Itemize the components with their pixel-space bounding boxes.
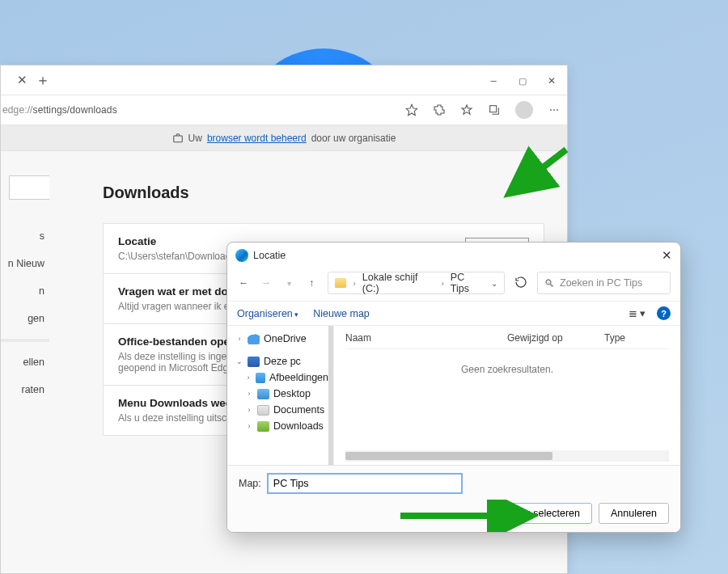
extensions-icon[interactable] bbox=[433, 103, 446, 116]
maximize-button[interactable] bbox=[517, 74, 528, 87]
sidebar-item[interactable]: n bbox=[39, 284, 49, 298]
folder-tree[interactable]: ›OneDrive ⌄Deze pc ›Afbeeldingen ›Deskto… bbox=[227, 326, 334, 465]
close-tab-icon[interactable]: ✕ bbox=[11, 73, 28, 87]
twisty-icon[interactable]: › bbox=[235, 335, 243, 343]
sidebar-item[interactable]: s bbox=[40, 229, 49, 243]
twisty-icon[interactable]: › bbox=[245, 406, 253, 414]
settings-search-input[interactable] bbox=[9, 175, 49, 200]
tree-label: Downloads bbox=[273, 420, 324, 432]
cancel-button[interactable]: Annuleren bbox=[599, 503, 669, 524]
address-path: settings/downloads bbox=[33, 104, 117, 116]
tree-node-pictures[interactable]: ›Afbeeldingen bbox=[234, 369, 330, 386]
col-modified[interactable]: Gewijzigd op bbox=[507, 332, 604, 344]
new-folder-button[interactable]: Nieuwe map bbox=[313, 308, 369, 319]
monitor-icon bbox=[248, 357, 260, 367]
profile-avatar[interactable] bbox=[515, 101, 533, 119]
tree-label: Deze pc bbox=[264, 356, 301, 367]
tree-node-desktop[interactable]: ›Desktop bbox=[234, 386, 330, 402]
chevron-right-icon: › bbox=[353, 279, 355, 288]
up-button[interactable]: ↑ bbox=[305, 277, 318, 289]
edge-icon bbox=[235, 249, 248, 262]
tree-node-thispc[interactable]: ⌄Deze pc bbox=[234, 353, 330, 369]
address-bar-row: edge://settings/downloads ⋯ bbox=[1, 95, 567, 125]
twisty-icon[interactable]: › bbox=[245, 422, 253, 430]
column-headers[interactable]: Naam Gewijzigd op Type bbox=[345, 331, 669, 349]
tree-node-onedrive[interactable]: ›OneDrive bbox=[234, 331, 330, 347]
svg-rect-1 bbox=[490, 106, 497, 112]
chevron-down-icon[interactable]: ⌄ bbox=[491, 279, 497, 288]
new-tab-button[interactable]: ＋ bbox=[36, 70, 50, 90]
twisty-icon[interactable]: › bbox=[245, 374, 252, 382]
folder-field-label: Map: bbox=[239, 478, 261, 489]
dialog-title: Locatie bbox=[253, 250, 286, 261]
page-title: Downloads bbox=[103, 184, 544, 202]
twisty-icon[interactable]: › bbox=[245, 390, 253, 398]
help-icon[interactable]: ? bbox=[657, 306, 671, 320]
search-icon: 🔍︎ bbox=[544, 277, 555, 289]
dialog-titlebar: Locatie ✕ bbox=[227, 243, 680, 268]
search-input[interactable]: 🔍︎ Zoeken in PC Tips bbox=[537, 272, 671, 294]
folder-icon bbox=[335, 278, 346, 288]
minimize-button[interactable] bbox=[488, 74, 499, 87]
refresh-button[interactable] bbox=[514, 276, 527, 291]
favorite-icon[interactable] bbox=[405, 103, 418, 116]
empty-results-text: Geen zoekresultaten. bbox=[345, 364, 669, 375]
dialog-footer: Map: Map selecteren Annuleren bbox=[227, 465, 680, 532]
tree-node-downloads[interactable]: ›Downloads bbox=[234, 418, 330, 434]
scrollbar-thumb[interactable] bbox=[345, 452, 552, 460]
crumb-folder[interactable]: PC Tips bbox=[451, 272, 485, 294]
horizontal-scrollbar[interactable] bbox=[345, 450, 669, 462]
svg-rect-2 bbox=[173, 136, 182, 142]
managed-text-prefix: Uw bbox=[188, 133, 202, 144]
folder-picker-dialog: Locatie ✕ ← → ▾ ↑ › Lokale schijf (C:) ›… bbox=[226, 242, 681, 533]
more-icon[interactable]: ⋯ bbox=[548, 103, 561, 116]
favorites-bar-icon[interactable] bbox=[460, 103, 473, 116]
collections-icon[interactable] bbox=[488, 103, 501, 116]
briefcase-icon bbox=[172, 133, 184, 144]
tree-label: Documents bbox=[273, 404, 324, 416]
tree-node-documents[interactable]: ›Documents bbox=[234, 402, 330, 418]
managed-banner: Uw browser wordt beheerd door uw organis… bbox=[1, 125, 567, 151]
close-icon[interactable]: ✕ bbox=[662, 248, 672, 263]
address-bar[interactable]: edge://settings/downloads bbox=[1, 104, 394, 116]
address-scheme: edge:// bbox=[2, 104, 33, 116]
col-type[interactable]: Type bbox=[604, 332, 669, 344]
location-path: C:\Users\stefan\Downloads bbox=[118, 251, 235, 262]
twisty-icon[interactable]: ⌄ bbox=[235, 357, 243, 365]
back-button[interactable]: ← bbox=[237, 277, 250, 289]
location-title: Locatie bbox=[118, 235, 235, 247]
sidebar-item[interactable]: n Nieuw bbox=[8, 256, 49, 271]
file-list[interactable]: Naam Gewijzigd op Type Geen zoekresultat… bbox=[334, 326, 680, 465]
tree-label: Desktop bbox=[273, 388, 311, 399]
crumb-disk[interactable]: Lokale schijf (C:) bbox=[362, 272, 435, 294]
documents-icon bbox=[257, 405, 269, 416]
sidebar-item[interactable]: ellen bbox=[23, 355, 49, 369]
dialog-nav-row: ← → ▾ ↑ › Lokale schijf (C:) › PC Tips ⌄… bbox=[227, 268, 680, 301]
managed-link[interactable]: browser wordt beheerd bbox=[207, 133, 307, 144]
col-name[interactable]: Naam bbox=[345, 332, 507, 344]
forward-button[interactable]: → bbox=[260, 277, 273, 289]
downloads-icon bbox=[257, 421, 269, 432]
close-window-button[interactable] bbox=[546, 74, 557, 87]
pictures-icon bbox=[256, 373, 265, 383]
chevron-right-icon: › bbox=[441, 279, 443, 288]
organize-menu[interactable]: Organiseren bbox=[237, 308, 298, 319]
sidebar-item[interactable]: gen bbox=[28, 311, 49, 326]
search-placeholder: Zoeken in PC Tips bbox=[560, 277, 642, 289]
settings-sidebar: s n Nieuw n gen ellen raten bbox=[1, 151, 49, 573]
dialog-toolbar: Organiseren Nieuwe map ≣ ▾ ? bbox=[227, 301, 680, 326]
titlebar: ✕ ＋ bbox=[1, 65, 567, 95]
tree-label: OneDrive bbox=[264, 333, 307, 344]
view-options-button[interactable]: ≣ ▾ bbox=[629, 307, 645, 319]
folder-name-input[interactable] bbox=[268, 474, 462, 493]
select-folder-button[interactable]: Map selecteren bbox=[499, 503, 592, 524]
managed-text-suffix: door uw organisatie bbox=[311, 133, 396, 144]
svg-marker-0 bbox=[406, 104, 417, 115]
sidebar-item[interactable]: raten bbox=[22, 382, 50, 397]
sidebar-item-selected[interactable] bbox=[1, 339, 49, 342]
tree-label: Afbeeldingen bbox=[269, 372, 328, 383]
cloud-icon bbox=[248, 334, 260, 344]
desktop-icon bbox=[257, 389, 269, 399]
breadcrumb[interactable]: › Lokale schijf (C:) › PC Tips ⌄ bbox=[328, 272, 505, 294]
recent-button[interactable]: ▾ bbox=[282, 279, 295, 288]
